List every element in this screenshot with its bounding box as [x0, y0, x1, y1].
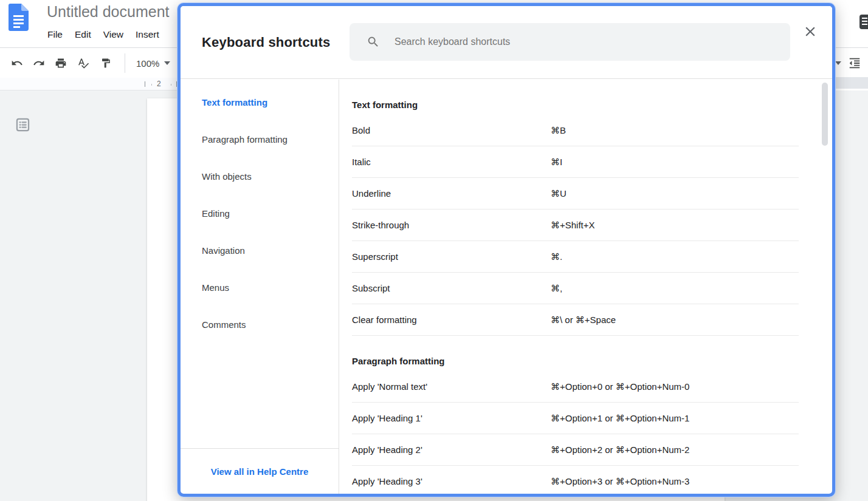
docs-logo-icon[interactable]: [9, 4, 29, 31]
section-paragraph-formatting: Paragraph formatting Apply 'Normal text'…: [352, 336, 832, 494]
section-text-formatting: Text formatting Bold ⌘B Italic ⌘I: [352, 80, 832, 336]
toolbar-separator: [125, 53, 125, 73]
show-outline-button[interactable]: [13, 115, 32, 134]
indent-decrease-button[interactable]: [845, 53, 864, 73]
shortcut-action: Superscript: [352, 251, 551, 262]
shortcut-keys: ⌘+Option+2 or ⌘+Option+Num-2: [551, 445, 689, 455]
shortcut-row: Apply 'Heading 2' ⌘+Option+2 or ⌘+Option…: [352, 434, 799, 466]
paint-format-icon: [100, 58, 111, 69]
shortcut-row: Bold ⌘B: [352, 115, 799, 146]
shortcut-keys: ⌘,: [551, 283, 562, 294]
shortcut-keys: ⌘+Option+0 or ⌘+Option+Num-0: [551, 381, 689, 392]
shortcut-keys: ⌘.: [551, 251, 562, 262]
search-input[interactable]: [394, 23, 780, 61]
menu-item[interactable]: File: [41, 27, 69, 43]
dialog-title: Keyboard shortcuts: [202, 6, 330, 79]
shortcut-action: Strike-through: [352, 220, 551, 230]
caret-down-icon: [835, 61, 841, 65]
ruler-margin-segment: [835, 77, 868, 89]
section-title: Text formatting: [352, 80, 832, 115]
category-list: Text formatting Paragraph formatting Wit…: [181, 80, 339, 343]
print-button[interactable]: [51, 53, 71, 73]
close-icon: [802, 24, 818, 39]
category-item[interactable]: Navigation: [181, 232, 339, 269]
section-title: Paragraph formatting: [352, 336, 832, 371]
shortcut-action: Apply 'Heading 3': [352, 476, 551, 486]
dialog-body: Text formatting Paragraph formatting Wit…: [181, 80, 832, 494]
shortcut-row: Apply 'Heading 3' ⌘+Option+3 or ⌘+Option…: [352, 466, 799, 494]
shortcut-row: Italic ⌘I: [352, 146, 799, 178]
category-item[interactable]: Text formatting: [181, 84, 339, 121]
sidebar-footer: View all in Help Centre: [181, 448, 339, 494]
section-rows: Apply 'Normal text' ⌘+Option+0 or ⌘+Opti…: [352, 371, 832, 494]
dialog-header: Keyboard shortcuts: [181, 6, 832, 79]
shortcut-keys: ⌘\ or ⌘+Space: [551, 315, 616, 325]
shortcut-keys: ⌘+Option+3 or ⌘+Option+Num-3: [551, 476, 689, 487]
outline-icon: [15, 117, 31, 133]
shortcut-action: Subscript: [352, 283, 551, 293]
shortcut-keys: ⌘U: [551, 188, 567, 199]
spellcheck-button[interactable]: [74, 53, 93, 73]
menu-bar: File Edit View Insert: [41, 27, 165, 43]
shortcut-keys: ⌘+Option+1 or ⌘+Option+Num-1: [551, 413, 689, 424]
shortcut-action: Apply 'Heading 1': [352, 413, 551, 423]
shortcut-keys: ⌘+Shift+X: [551, 220, 595, 231]
category-item[interactable]: Menus: [181, 269, 339, 306]
shortcut-action: Underline: [352, 188, 551, 199]
spellcheck-icon: [77, 57, 89, 69]
menu-item[interactable]: Edit: [69, 27, 97, 43]
search-icon: [367, 35, 380, 49]
shortcut-list: Text formatting Bold ⌘B Italic ⌘I: [340, 80, 832, 494]
shortcut-row: Underline ⌘U: [352, 178, 799, 210]
undo-button[interactable]: [7, 53, 27, 73]
shortcut-action: Apply 'Heading 2': [352, 445, 551, 455]
category-item[interactable]: Comments: [181, 306, 339, 343]
category-item[interactable]: With objects: [181, 158, 339, 195]
print-icon: [55, 57, 67, 69]
zoom-caret-icon: [164, 61, 170, 65]
dialog-scrollbar-thumb[interactable]: [822, 83, 828, 146]
redo-icon: [33, 57, 45, 69]
shortcut-action: Bold: [352, 125, 551, 135]
shortcut-row: Apply 'Normal text' ⌘+Option+0 or ⌘+Opti…: [352, 371, 799, 403]
ruler-number: 2: [157, 80, 161, 88]
shortcut-action: Clear formatting: [352, 315, 551, 325]
document-title[interactable]: Untitled document: [47, 3, 170, 21]
shortcut-row: Apply 'Heading 1' ⌘+Option+1 or ⌘+Option…: [352, 403, 799, 434]
shortcut-keys: ⌘I: [551, 157, 562, 168]
zoom-value: 100%: [136, 58, 159, 69]
undo-icon: [11, 57, 23, 69]
shortcut-row: Superscript ⌘.: [352, 241, 799, 273]
menu-item[interactable]: Insert: [129, 27, 165, 43]
shortcut-search-box[interactable]: [350, 23, 790, 61]
shortcut-categories-sidebar: Text formatting Paragraph formatting Wit…: [181, 80, 339, 494]
section-rows: Bold ⌘B Italic ⌘I Underline ⌘U: [352, 115, 832, 336]
close-button[interactable]: [798, 19, 822, 44]
redo-button[interactable]: [29, 53, 49, 73]
shortcut-row: Subscript ⌘,: [352, 273, 799, 304]
shortcut-row: Clear formatting ⌘\ or ⌘+Space: [352, 304, 799, 336]
indent-decrease-icon: [848, 56, 861, 70]
category-item[interactable]: Paragraph formatting: [181, 121, 339, 158]
menu-item[interactable]: View: [97, 27, 129, 43]
shortcut-row: Strike-through ⌘+Shift+X: [352, 210, 799, 241]
shortcut-keys: ⌘B: [551, 125, 566, 136]
menu-corner-icon[interactable]: [859, 15, 868, 29]
category-item[interactable]: Editing: [181, 195, 339, 232]
zoom-control[interactable]: 100%: [131, 53, 175, 73]
shortcut-action: Apply 'Normal text': [352, 381, 551, 392]
shortcut-action: Italic: [352, 157, 551, 167]
ruler: 2: [0, 78, 177, 90]
keyboard-shortcuts-dialog: Keyboard shortcuts Text formatting Parag…: [177, 3, 835, 497]
paint-format-button[interactable]: [96, 53, 115, 73]
help-centre-link[interactable]: View all in Help Centre: [211, 466, 309, 477]
